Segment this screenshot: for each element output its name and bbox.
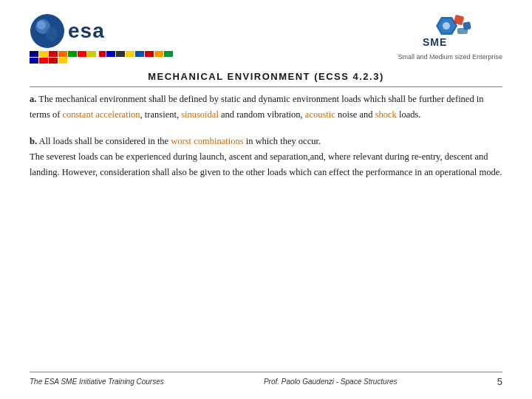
- flag-item: [78, 51, 86, 57]
- header: esa: [30, 13, 502, 64]
- footer-left: The ESA SME Initiative Training Courses: [30, 378, 164, 386]
- footer: The ESA SME Initiative Training Courses …: [30, 372, 502, 387]
- svg-point-2: [37, 21, 46, 30]
- flag-item: [154, 51, 163, 57]
- flag-item: [39, 58, 48, 64]
- para-a-text-4: and random vibration,: [219, 109, 305, 120]
- para-a-terms: terms: [30, 109, 50, 120]
- flag-item: [116, 51, 125, 57]
- flag-item: [49, 51, 58, 57]
- para-a-text-2: of: [50, 109, 63, 120]
- footer-center: Prof. Paolo Gaudenzi - Space Structures: [264, 378, 398, 386]
- svg-point-3: [46, 27, 58, 41]
- flag-row: [30, 51, 177, 64]
- page-container: esa: [0, 0, 532, 399]
- esa-circle-icon: [30, 13, 65, 49]
- para-a-text-6: loads.: [397, 109, 421, 120]
- para-b-line1: b. All loads shall be considered in the …: [30, 134, 502, 149]
- para-a-acoustic: acoustic: [305, 109, 335, 120]
- para-b-text-1: All loads shall be considered in the: [37, 136, 171, 146]
- para-a-text-3: , transient,: [140, 109, 182, 120]
- flag-item: [30, 58, 38, 64]
- flag-item: [39, 51, 48, 57]
- flag-item: [58, 58, 67, 64]
- para-a-text-1: The mechanical environment shall be defi…: [36, 94, 483, 104]
- flag-item: [58, 51, 67, 57]
- para-a-text-5: noise and: [335, 109, 375, 120]
- sme-logo: SME Small and Medium sized Enterprise: [398, 13, 502, 61]
- title-section: MECHANICAL ENVIRONMENT (ECSS 4.2.3): [30, 69, 502, 83]
- para-b-label: b.: [30, 136, 37, 146]
- para-b-text-2: in which they occur.: [244, 136, 321, 146]
- flag-item: [126, 51, 134, 57]
- flag-item: [97, 51, 106, 57]
- title-divider: [30, 86, 502, 87]
- footer-page: 5: [497, 376, 502, 387]
- esa-logo-text: esa: [68, 19, 105, 43]
- svg-rect-9: [457, 28, 468, 34]
- para-a-constant: constant acceleration: [62, 109, 140, 120]
- flag-item: [135, 51, 144, 57]
- paragraph-b: b. All loads shall be considered in the …: [30, 134, 502, 181]
- para-a-label: a.: [30, 94, 36, 104]
- flag-item: [164, 51, 173, 57]
- paragraph-a: a. The mechanical environment shall be d…: [30, 92, 502, 123]
- esa-logo-top: esa: [30, 13, 105, 49]
- para-a-sinusoidal: sinusoidal: [181, 109, 219, 120]
- main-content: a. The mechanical environment shall be d…: [30, 92, 502, 180]
- flag-item: [145, 51, 154, 57]
- flag-item: [106, 51, 115, 57]
- sme-logo-graphic: SME: [419, 13, 482, 52]
- flag-item: [30, 51, 38, 57]
- footer-content: The ESA SME Initiative Training Courses …: [30, 376, 502, 387]
- footer-divider: [30, 372, 502, 372]
- flag-item: [68, 51, 77, 57]
- svg-point-6: [443, 22, 450, 30]
- para-b-line2: The severest loads can be experienced du…: [30, 149, 502, 181]
- para-a-shock: shock: [375, 109, 397, 120]
- flag-item: [49, 58, 58, 64]
- page-title: MECHANICAL ENVIRONMENT (ECSS 4.2.3): [148, 71, 384, 82]
- sme-subtext: Small and Medium sized Enterprise: [398, 53, 502, 61]
- svg-text:SME: SME: [423, 36, 447, 48]
- flag-item: [87, 51, 96, 57]
- para-b-worst: worst combinations: [171, 136, 243, 146]
- esa-logo: esa: [30, 13, 177, 64]
